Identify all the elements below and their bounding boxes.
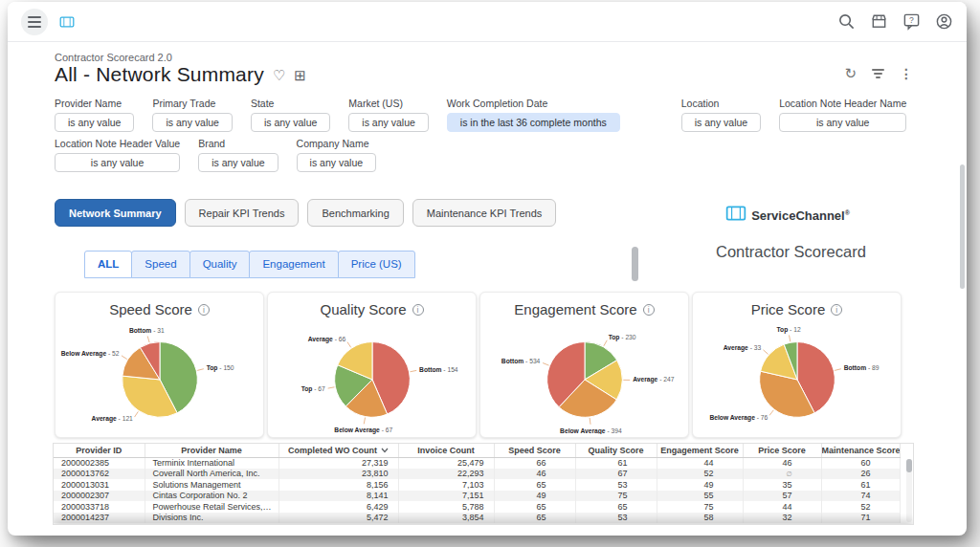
cell-invoice-count[interactable]: 3,854	[398, 513, 494, 524]
table-row[interactable]: 2000002307Cintas Corporation No. 28,1417…	[54, 491, 900, 502]
cell-provider-name[interactable]: Powerhouse Retail Services, In...	[145, 501, 278, 513]
refresh-icon[interactable]: ↻	[844, 65, 857, 82]
cell-quality-score[interactable]: 75	[575, 491, 657, 502]
cell-provider-id[interactable]: 2000013762	[54, 469, 145, 480]
filter-value-location[interactable]: is any value	[681, 113, 761, 132]
column-header-provider-id[interactable]: Provider ID	[54, 444, 145, 457]
cell-completed-wo-count[interactable]: 5,472	[278, 513, 398, 524]
cell-maintenance-score[interactable]: 71	[821, 513, 900, 524]
cell-quality-score[interactable]: 53	[575, 513, 657, 524]
column-header-maintenance-score[interactable]: Maintenance Score	[821, 444, 900, 457]
filter-value-company-name[interactable]: is any value	[297, 153, 376, 172]
cell-maintenance-score[interactable]: 26	[821, 469, 900, 480]
marketplace-icon[interactable]	[870, 12, 888, 31]
search-icon[interactable]	[837, 12, 856, 31]
table-row[interactable]: 2000013762Coverall North America, Inc.23…	[54, 469, 900, 480]
cell-provider-name[interactable]: Terminix International	[145, 457, 278, 469]
cell-price-score[interactable]: 57	[743, 491, 821, 502]
nav-button-maintenance-kpi-trends[interactable]: Maintenance KPI Trends	[412, 199, 556, 227]
cell-provider-name[interactable]: Solutions Management	[145, 479, 278, 491]
tab-engagement[interactable]: Engagement	[249, 251, 338, 278]
more-options-icon[interactable]: ⋮	[900, 66, 913, 81]
filter-value-location-note-header-value[interactable]: is any value	[55, 153, 180, 172]
column-header-speed-score[interactable]: Speed Score	[494, 444, 575, 457]
cell-engagement-score[interactable]: 49	[657, 479, 743, 491]
filter-value-market-us[interactable]: is any value	[348, 113, 428, 132]
cell-engagement-score[interactable]: 58	[657, 513, 743, 524]
cell-maintenance-score[interactable]: 60	[821, 457, 900, 469]
nav-button-network-summary[interactable]: Network Summary	[55, 199, 176, 227]
cell-provider-id[interactable]: 2000013031	[54, 479, 145, 491]
column-header-completed-wo-count[interactable]: Completed WO Count	[278, 444, 398, 457]
cell-completed-wo-count[interactable]: 27,319	[278, 457, 398, 469]
cell-speed-score[interactable]: 66	[494, 457, 575, 469]
table-row[interactable]: 2000014237Divisions Inc.5,4723,854655358…	[54, 513, 900, 524]
cell-invoice-count[interactable]: 25,479	[398, 457, 494, 469]
cell-provider-id[interactable]: 2000002307	[54, 491, 145, 502]
cell-provider-name[interactable]: Coverall North America, Inc.	[145, 469, 278, 480]
cell-invoice-count[interactable]: 7,103	[398, 479, 494, 491]
filter-value-location-note-header-name[interactable]: is any value	[779, 113, 906, 132]
info-icon[interactable]: i	[643, 304, 655, 316]
cell-engagement-score[interactable]: 44	[657, 457, 743, 469]
cell-provider-name[interactable]: Divisions Inc.	[145, 513, 278, 524]
info-icon[interactable]: i	[198, 304, 210, 316]
column-header-invoice-count[interactable]: Invoice Count	[398, 444, 494, 457]
filter-value-provider-name[interactable]: is any value	[55, 113, 134, 132]
cell-price-score[interactable]: 35	[743, 479, 821, 491]
table-row[interactable]: 2000002385Terminix International27,31925…	[54, 457, 900, 469]
column-header-quality-score[interactable]: Quality Score	[575, 444, 657, 457]
nav-button-repair-kpi-trends[interactable]: Repair KPI Trends	[185, 199, 300, 227]
cell-speed-score[interactable]: 49	[494, 491, 575, 502]
table-scrollbar[interactable]	[906, 459, 912, 522]
cell-engagement-score[interactable]: 52	[657, 469, 743, 480]
info-icon[interactable]: i	[412, 304, 424, 316]
cell-speed-score[interactable]: 65	[494, 513, 575, 524]
cell-speed-score[interactable]: 46	[494, 469, 575, 480]
filter-value-brand[interactable]: is any value	[198, 153, 278, 172]
column-header-engagement-score[interactable]: Engagement Score	[657, 444, 743, 457]
cell-provider-name[interactable]: Cintas Corporation No. 2	[145, 491, 278, 502]
nav-button-benchmarking[interactable]: Benchmarking	[307, 199, 403, 227]
cell-maintenance-score[interactable]: 52	[821, 501, 900, 513]
cell-quality-score[interactable]: 61	[575, 457, 657, 469]
cell-provider-id[interactable]: 2000002385	[54, 457, 145, 469]
cell-quality-score[interactable]: 53	[575, 479, 657, 491]
cell-price-score[interactable]: 44	[743, 501, 821, 513]
table-row[interactable]: 2000013031Solutions Management8,1567,103…	[54, 479, 900, 491]
cell-quality-score[interactable]: 65	[575, 501, 657, 513]
column-header-price-score[interactable]: Price Score	[743, 444, 821, 457]
copy-board-icon[interactable]: ⊞	[294, 68, 306, 82]
tab-speed[interactable]: Speed	[131, 251, 189, 278]
cell-maintenance-score[interactable]: 61	[821, 479, 900, 491]
cell-price-score[interactable]: 32	[743, 513, 821, 524]
cell-completed-wo-count[interactable]: 8,156	[278, 479, 398, 491]
tab-price-us[interactable]: Price (US)	[338, 251, 415, 278]
filter-icon[interactable]	[872, 69, 884, 78]
cell-invoice-count[interactable]: 7,151	[398, 491, 494, 502]
cell-completed-wo-count[interactable]: 23,810	[278, 469, 398, 480]
cell-speed-score[interactable]: 65	[494, 479, 575, 491]
cell-completed-wo-count[interactable]: 8,141	[278, 491, 398, 502]
cell-maintenance-score[interactable]: 74	[821, 491, 900, 502]
tab-all[interactable]: ALL	[84, 251, 132, 278]
account-icon[interactable]	[935, 12, 953, 31]
column-header-provider-name[interactable]: Provider Name	[145, 444, 278, 457]
cell-engagement-score[interactable]: 75	[657, 501, 743, 513]
tab-quality[interactable]: Quality	[189, 251, 251, 278]
menu-icon[interactable]	[21, 9, 48, 35]
info-icon[interactable]: i	[831, 304, 842, 316]
cell-engagement-score[interactable]: 55	[657, 491, 743, 502]
page-scrollbar[interactable]	[960, 164, 965, 289]
cell-provider-id[interactable]: 2000014237	[54, 513, 145, 524]
table-scrollbar-thumb[interactable]	[906, 459, 912, 472]
section-scrollbar[interactable]	[632, 247, 638, 281]
cell-invoice-count[interactable]: 22,293	[398, 469, 494, 480]
cell-completed-wo-count[interactable]: 6,429	[278, 501, 398, 513]
filter-value-state[interactable]: is any value	[251, 113, 330, 132]
favorite-heart-icon[interactable]: ♡	[273, 68, 285, 82]
cell-quality-score[interactable]: 67	[575, 469, 657, 480]
filter-value-work-completion-date[interactable]: is in the last 36 complete months	[447, 113, 620, 132]
cell-speed-score[interactable]: 65	[494, 501, 575, 513]
filter-value-primary-trade[interactable]: is any value	[152, 113, 232, 132]
